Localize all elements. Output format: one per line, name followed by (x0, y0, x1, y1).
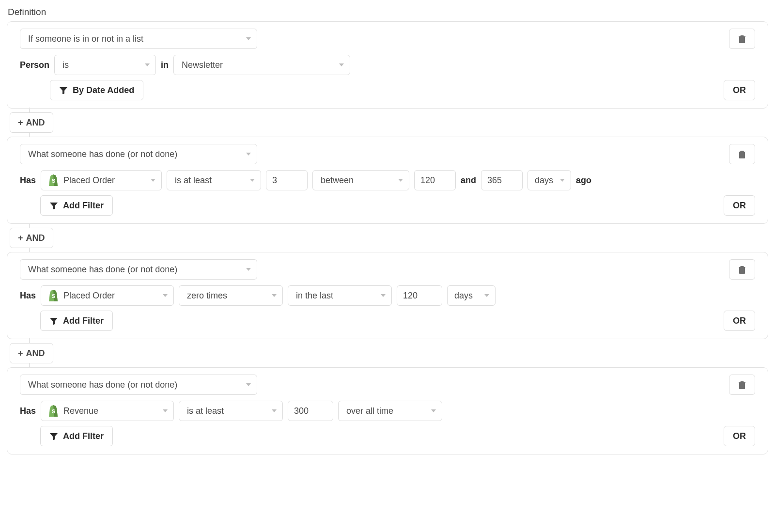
add-filter-label: Add Filter (63, 201, 104, 211)
by-date-added-button[interactable]: By Date Added (50, 80, 143, 100)
from-input[interactable]: 120 (414, 170, 456, 190)
chevron-down-icon (163, 409, 168, 412)
has-label: Has (20, 406, 36, 416)
chevron-down-icon (272, 294, 277, 297)
from-input[interactable]: 120 (397, 285, 442, 306)
and-connector: + AND (7, 109, 768, 137)
add-filter-label: Add Filter (63, 316, 104, 326)
plus-icon: + (18, 233, 23, 243)
delete-group-button[interactable] (729, 375, 755, 395)
chevron-down-icon (381, 294, 386, 297)
chevron-down-icon (163, 294, 168, 297)
funnel-icon (49, 432, 58, 440)
condition-group: What someone has done (or not done) Has … (7, 137, 768, 224)
unit-select[interactable]: days (447, 285, 496, 306)
shopify-icon (48, 174, 59, 186)
condition-group: What someone has done (or not done) Has … (7, 367, 768, 454)
condition-type-label: If someone is in or not in a list (28, 34, 143, 44)
chevron-down-icon (145, 63, 150, 66)
or-button[interactable]: OR (724, 311, 755, 331)
or-button[interactable]: OR (724, 195, 755, 216)
person-op-value: is (62, 60, 69, 70)
add-filter-button[interactable]: Add Filter (40, 195, 113, 216)
count-op-value: zero times (187, 291, 227, 301)
plus-icon: + (18, 348, 23, 359)
chevron-down-icon (246, 153, 251, 156)
chevron-down-icon (484, 294, 489, 297)
condition-type-select[interactable]: If someone is in or not in a list (20, 29, 257, 49)
and-connector: + AND (7, 339, 768, 367)
event-select[interactable]: Revenue (41, 401, 174, 421)
time-op-select[interactable]: over all time (338, 401, 442, 421)
count-op-select[interactable]: is at least (179, 401, 283, 421)
delete-group-button[interactable] (729, 29, 755, 49)
person-label: Person (20, 60, 49, 70)
condition-type-select[interactable]: What someone has done (or not done) (20, 259, 257, 280)
or-button[interactable]: OR (724, 426, 755, 446)
list-name-value: Newsletter (182, 60, 223, 70)
count-input[interactable]: 300 (288, 401, 333, 421)
to-input[interactable]: 365 (481, 170, 523, 190)
in-label: in (161, 60, 169, 70)
time-op-value: over all time (346, 406, 393, 416)
count-input[interactable]: 3 (266, 170, 308, 190)
chevron-down-icon (272, 409, 277, 412)
condition-group: If someone is in or not in a list Person… (7, 21, 768, 109)
chevron-down-icon (151, 179, 155, 182)
shopify-icon (48, 405, 59, 417)
count-op-value: is at least (187, 406, 224, 416)
list-select[interactable]: Newsletter (173, 55, 350, 75)
condition-type-label: What someone has done (or not done) (28, 380, 177, 390)
trash-icon (738, 34, 746, 44)
condition-type-label: What someone has done (or not done) (28, 149, 177, 159)
and-connector: + AND (7, 224, 768, 252)
event-name: Revenue (63, 406, 98, 416)
chevron-down-icon (246, 37, 251, 40)
has-label: Has (20, 175, 36, 186)
shopify-icon (48, 290, 59, 301)
event-name: Placed Order (63, 175, 115, 186)
chevron-down-icon (339, 63, 344, 66)
event-name: Placed Order (63, 291, 115, 301)
count-op-value: is at least (175, 175, 212, 186)
condition-group: What someone has done (or not done) Has … (7, 252, 768, 339)
condition-type-select[interactable]: What someone has done (or not done) (20, 375, 257, 395)
add-filter-button[interactable]: Add Filter (40, 311, 113, 331)
time-op-select[interactable]: in the last (288, 285, 392, 306)
trash-icon (738, 265, 746, 274)
trash-icon (738, 380, 746, 390)
funnel-icon (59, 86, 68, 94)
delete-group-button[interactable] (729, 144, 755, 164)
funnel-icon (49, 317, 58, 325)
person-op-select[interactable]: is (54, 55, 156, 75)
chevron-down-icon (246, 268, 251, 271)
chevron-down-icon (560, 179, 565, 182)
unit-select[interactable]: days (527, 170, 571, 190)
and-word: and (461, 175, 476, 186)
has-label: Has (20, 291, 36, 301)
or-button[interactable]: OR (724, 80, 755, 100)
add-filter-button[interactable]: Add Filter (40, 426, 113, 446)
count-op-select[interactable]: zero times (179, 285, 283, 306)
and-button[interactable]: + AND (10, 112, 53, 133)
and-button[interactable]: + AND (10, 228, 53, 248)
by-date-added-label: By Date Added (73, 85, 134, 95)
condition-type-select[interactable]: What someone has done (or not done) (20, 144, 257, 164)
chevron-down-icon (246, 383, 251, 386)
ago-label: ago (576, 175, 591, 186)
time-op-value: in the last (296, 291, 333, 301)
condition-type-label: What someone has done (or not done) (28, 265, 177, 275)
event-select[interactable]: Placed Order (41, 170, 162, 190)
unit-value: days (454, 291, 473, 301)
chevron-down-icon (398, 179, 403, 182)
trash-icon (738, 149, 746, 159)
and-button[interactable]: + AND (10, 343, 53, 363)
funnel-icon (49, 202, 58, 209)
event-select[interactable]: Placed Order (41, 285, 174, 306)
delete-group-button[interactable] (729, 259, 755, 280)
page-title: Definition (8, 7, 768, 17)
chevron-down-icon (431, 409, 436, 412)
plus-icon: + (18, 118, 23, 128)
time-op-select[interactable]: between (312, 170, 409, 190)
count-op-select[interactable]: is at least (167, 170, 261, 190)
